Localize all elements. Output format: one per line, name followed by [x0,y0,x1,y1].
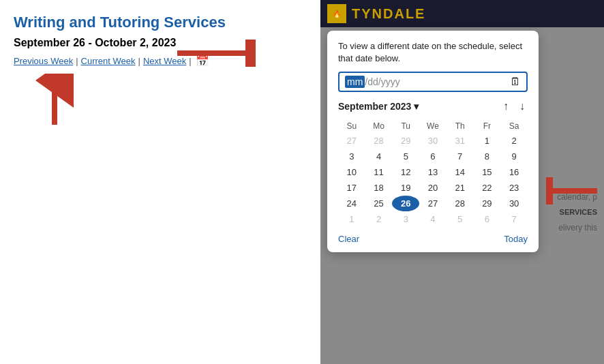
calendar-day-cell[interactable]: 2 [500,133,528,149]
calendar-day-cell[interactable]: 3 [392,211,419,227]
calendar-week-row: 17181920212223 [338,180,528,196]
calendar-week-row: 272829303112 [338,133,528,149]
calendar-day-cell[interactable]: 1 [474,133,501,149]
arrow-up-decoration [34,74,75,128]
calendar-day-cell[interactable]: 20 [419,180,447,196]
arrow-left-decoration [546,177,601,204]
calendar-day-cell[interactable]: 4 [419,211,447,227]
today-button[interactable]: Today [504,234,528,244]
separator-2: | [138,56,140,66]
prev-month-button[interactable]: ↑ [500,99,511,114]
calendar-day-cell[interactable]: 11 [365,164,393,180]
calendar-day-cell[interactable]: 6 [419,149,447,164]
calendar-day-cell[interactable]: 16 [500,164,528,180]
popup-instruction: To view a different date on the schedule… [338,40,528,65]
bg-text-services: SERVICES [560,207,597,219]
calendar-day-cell[interactable]: 14 [447,164,474,180]
calendar-popup: To view a different date on the schedule… [327,31,539,252]
date-input-calendar-icon[interactable]: 🗓 [510,76,521,88]
calendar-day-cell[interactable]: 23 [500,180,528,196]
calendar-day-cell[interactable]: 15 [474,164,501,180]
separator-1: | [76,56,78,66]
weekday-th: Th [447,119,474,133]
next-month-button[interactable]: ↓ [517,99,528,114]
calendar-day-cell[interactable]: 27 [338,133,365,149]
calendar-day-cell[interactable]: 31 [447,133,474,149]
calendar-day-cell[interactable]: 21 [447,180,474,196]
dropdown-chevron-icon: ▾ [414,101,419,112]
calendar-day-cell[interactable]: 5 [447,211,474,227]
calendar-body: 2728293031123456789101112131415161718192… [338,133,528,227]
calendar-nav: ↑ ↓ [500,99,528,114]
right-panel: 🔥 TYNDALE es cale calendar, p WRIT SERVI… [320,0,604,364]
prev-week-link[interactable]: Previous Week [14,56,73,66]
calendar-day-cell[interactable]: 28 [447,196,474,211]
calendar-footer: Clear Today [338,231,528,244]
calendar-week-row: 10111213141516 [338,164,528,180]
calendar-day-cell[interactable]: 9 [500,149,528,164]
weekday-we: We [419,119,447,133]
nav-links: Previous Week | Current Week | Next Week… [14,55,307,67]
calendar-day-cell[interactable]: 3 [338,149,365,164]
calendar-day-cell[interactable]: 22 [474,180,501,196]
weekday-header-row: Su Mo Tu We Th Fr Sa [338,119,528,133]
calendar-day-cell[interactable]: 28 [365,133,393,149]
calendar-day-cell[interactable]: 13 [419,164,447,180]
calendar-day-cell[interactable]: 8 [474,149,501,164]
bg-text-delivery: elivery this [558,222,597,234]
calendar-day-cell[interactable]: 10 [338,164,365,180]
calendar-day-cell[interactable]: 6 [474,211,501,227]
calendar-week-row: 1234567 [338,211,528,227]
calendar-day-cell[interactable]: 7 [500,211,528,227]
calendar-header: September 2023 ▾ ↑ ↓ [338,99,528,114]
calendar-day-cell[interactable]: 19 [392,180,419,196]
calendar-day-cell[interactable]: 17 [338,180,365,196]
tyndale-logo-icon: 🔥 [327,4,346,23]
left-panel: Writing and Tutoring Services September … [0,0,320,364]
calendar-day-cell[interactable]: 4 [365,149,393,164]
calendar-week-row: 3456789 [338,149,528,164]
tyndale-header: 🔥 TYNDALE [320,0,604,27]
calendar-day-cell[interactable]: 5 [392,149,419,164]
weekday-mo: Mo [365,119,393,133]
calendar-day-cell[interactable]: 30 [500,196,528,211]
calendar-month-label[interactable]: September 2023 ▾ [338,101,419,112]
tyndale-title: TYNDALE [352,6,425,22]
calendar-day-cell[interactable]: 26 [392,196,419,211]
calendar-day-cell[interactable]: 12 [392,164,419,180]
calendar-day-cell[interactable]: 18 [365,180,393,196]
calendar-day-cell[interactable]: 30 [419,133,447,149]
calendar-day-cell[interactable]: 24 [338,196,365,211]
clear-button[interactable]: Clear [338,234,359,244]
weekday-tu: Tu [392,119,419,133]
date-input-rest: /dd/yyyy [365,76,510,87]
calendar-day-cell[interactable]: 29 [392,133,419,149]
date-range: September 26 - October 2, 2023 [14,37,307,49]
calendar-day-cell[interactable]: 7 [447,149,474,164]
calendar-day-cell[interactable]: 25 [365,196,393,211]
service-title: Writing and Tutoring Services [14,14,307,31]
date-input-wrapper[interactable]: mm /dd/yyyy 🗓 [338,72,528,92]
weekday-fr: Fr [474,119,501,133]
arrow-right-decoration [174,40,256,67]
calendar-week-row: 24252627282930 [338,196,528,211]
weekday-su: Su [338,119,365,133]
calendar-day-cell[interactable]: 27 [419,196,447,211]
calendar-grid: Su Mo Tu We Th Fr Sa 2728293031123456789… [338,119,528,227]
calendar-day-cell[interactable]: 29 [474,196,501,211]
current-week-link[interactable]: Current Week [81,56,136,66]
calendar-day-cell[interactable]: 1 [338,211,365,227]
calendar-day-cell[interactable]: 2 [365,211,393,227]
weekday-sa: Sa [500,119,528,133]
date-input-mm: mm [345,76,365,88]
